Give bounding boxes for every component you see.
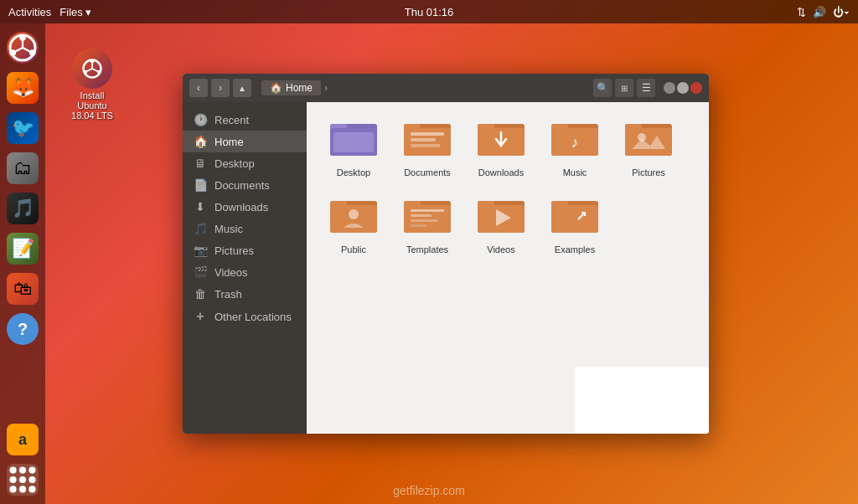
dock-appstore[interactable]: 🛍 bbox=[5, 271, 40, 306]
svg-point-15 bbox=[28, 486, 35, 492]
view-options-icon: ⊞ bbox=[621, 84, 628, 93]
svg-point-14 bbox=[19, 486, 26, 492]
power-icon[interactable]: ⏻▾ bbox=[833, 6, 850, 18]
files-menu-arrow: ▾ bbox=[85, 6, 91, 18]
svg-rect-26 bbox=[333, 132, 374, 152]
file-pictures-label: Pictures bbox=[632, 167, 665, 177]
desktop: 🦊 🐦 🗂 🎵 📝 bbox=[0, 23, 858, 504]
downloads-icon: ⬇ bbox=[193, 200, 208, 213]
breadcrumb-home[interactable]: 🏠 Home bbox=[261, 80, 321, 95]
folder-desktop-icon bbox=[330, 117, 377, 164]
dock-thunderbird[interactable]: 🐦 bbox=[5, 111, 40, 146]
sidebar-item-music[interactable]: 🎵 Music bbox=[183, 218, 307, 239]
dock-libreoffice[interactable]: 📝 bbox=[5, 231, 40, 266]
sidebar-item-recent[interactable]: 🕐 Recent bbox=[183, 109, 307, 131]
watermark: getfilezip.com bbox=[393, 484, 465, 497]
dock-show-apps[interactable] bbox=[5, 462, 40, 497]
sidebar-pictures-label: Pictures bbox=[214, 244, 254, 257]
sidebar-item-desktop[interactable]: 🖥 Desktop bbox=[183, 152, 307, 174]
maximize-button[interactable] bbox=[677, 82, 689, 94]
file-item-examples[interactable]: Examples bbox=[541, 189, 608, 260]
svg-point-13 bbox=[9, 486, 16, 492]
music-icon: 🎵 bbox=[193, 222, 208, 235]
dock-firefox[interactable]: 🦊 bbox=[5, 70, 40, 105]
sidebar-videos-label: Videos bbox=[214, 266, 248, 279]
volume-icon: 🔊 bbox=[813, 6, 826, 18]
breadcrumb: 🏠 Home › bbox=[261, 80, 588, 95]
activities-button[interactable]: Activities bbox=[8, 6, 51, 18]
view-options-button[interactable]: ⊞ bbox=[615, 79, 633, 97]
files-menu-label: Files bbox=[59, 6, 82, 18]
file-manager-window: ‹ › ▲ 🏠 Home › 🔍 bbox=[183, 74, 709, 434]
menu-button[interactable]: ☰ bbox=[637, 79, 655, 97]
documents-icon: 📄 bbox=[193, 178, 208, 192]
sidebar-other-label: Other Locations bbox=[214, 311, 292, 323]
sidebar: 🕐 Recent 🏠 Home 🖥 Desktop 📄 Documents ⬇ bbox=[183, 102, 307, 434]
sidebar-item-documents[interactable]: 📄 Documents bbox=[183, 174, 307, 196]
file-videos-label: Videos bbox=[487, 244, 514, 255]
dock-ubuntu[interactable] bbox=[5, 30, 40, 65]
file-item-downloads[interactable]: Downloads bbox=[468, 112, 535, 183]
videos-icon: 🎬 bbox=[193, 265, 208, 279]
svg-point-47 bbox=[349, 209, 359, 219]
search-button[interactable]: 🔍 bbox=[593, 79, 612, 97]
up-icon: ▲ bbox=[238, 84, 246, 93]
folder-downloads-icon bbox=[478, 117, 525, 164]
file-music-label: Music bbox=[563, 167, 587, 177]
file-item-documents[interactable]: Documents bbox=[394, 112, 461, 183]
file-item-desktop[interactable]: Desktop bbox=[320, 112, 387, 183]
sidebar-item-downloads[interactable]: ⬇ Downloads bbox=[183, 196, 307, 218]
file-grid: Desktop bbox=[320, 112, 695, 260]
dock-files[interactable]: 🗂 bbox=[5, 151, 40, 186]
pictures-icon: 📷 bbox=[193, 244, 208, 257]
desktop-icon-sidebar: 🖥 bbox=[193, 157, 208, 170]
file-item-templates[interactable]: Templates bbox=[394, 189, 461, 260]
sidebar-item-trash[interactable]: 🗑 Trash bbox=[183, 283, 307, 305]
svg-rect-52 bbox=[411, 214, 432, 217]
svg-line-22 bbox=[85, 69, 92, 72]
file-item-pictures[interactable]: Pictures bbox=[615, 112, 682, 183]
trash-icon: 🗑 bbox=[193, 287, 208, 301]
svg-rect-31 bbox=[411, 138, 436, 141]
svg-point-12 bbox=[28, 476, 35, 483]
menu-icon: ☰ bbox=[642, 82, 651, 94]
file-item-music[interactable]: ♪ Music bbox=[541, 112, 608, 183]
folder-public-icon bbox=[330, 194, 377, 241]
up-button[interactable]: ▲ bbox=[233, 79, 251, 97]
svg-rect-32 bbox=[411, 144, 440, 147]
topbar-left: Activities Files ▾ bbox=[8, 6, 91, 18]
svg-point-10 bbox=[9, 476, 16, 483]
minimize-button[interactable] bbox=[664, 82, 675, 94]
svg-rect-30 bbox=[411, 132, 444, 136]
svg-rect-61 bbox=[551, 205, 598, 233]
dock: 🦊 🐦 🗂 🎵 📝 bbox=[0, 23, 45, 504]
forward-button[interactable]: › bbox=[211, 79, 230, 97]
nav-buttons: ‹ › ▲ bbox=[189, 79, 251, 97]
topbar: Activities Files ▾ Thu 01:16 ⇅ 🔊 ⏻▾ bbox=[0, 0, 858, 23]
folder-music-icon: ♪ bbox=[551, 117, 598, 164]
apps-grid-icon bbox=[8, 465, 38, 495]
sidebar-desktop-label: Desktop bbox=[214, 157, 255, 170]
svg-line-21 bbox=[92, 69, 99, 72]
files-menu[interactable]: Files ▾ bbox=[59, 6, 90, 18]
sidebar-item-videos[interactable]: 🎬 Videos bbox=[183, 261, 307, 283]
desktop-install-ubuntu[interactable]: InstallUbuntu18.04 LTS bbox=[59, 49, 126, 121]
sidebar-item-home[interactable]: 🏠 Home bbox=[183, 131, 307, 152]
ubuntu-install-icon bbox=[80, 57, 104, 80]
folder-examples-icon bbox=[551, 194, 598, 241]
window-controls bbox=[664, 82, 702, 94]
search-icon: 🔍 bbox=[597, 82, 609, 94]
back-button[interactable]: ‹ bbox=[189, 79, 208, 97]
svg-point-8 bbox=[19, 466, 26, 473]
file-public-label: Public bbox=[341, 244, 366, 255]
file-item-public[interactable]: Public bbox=[320, 189, 387, 260]
file-item-videos[interactable]: Videos bbox=[468, 189, 535, 260]
dock-help[interactable]: ? bbox=[5, 311, 40, 347]
dock-amazon[interactable]: a bbox=[5, 422, 40, 457]
folder-pictures-icon bbox=[625, 117, 672, 164]
svg-rect-29 bbox=[404, 128, 451, 156]
close-button[interactable] bbox=[690, 82, 702, 94]
sidebar-item-pictures[interactable]: 📷 Pictures bbox=[183, 239, 307, 261]
sidebar-item-other-locations[interactable]: + Other Locations bbox=[183, 305, 307, 328]
dock-rhythmbox[interactable]: 🎵 bbox=[5, 191, 40, 226]
